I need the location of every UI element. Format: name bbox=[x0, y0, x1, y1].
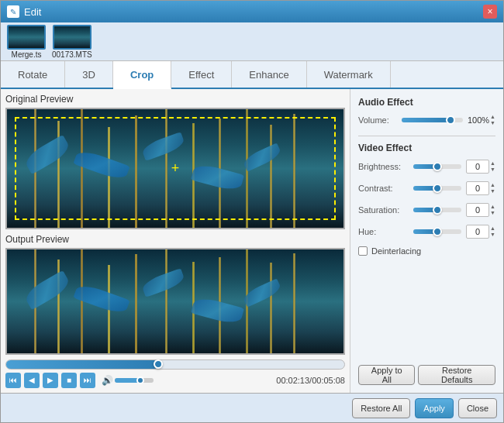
tab-enhance[interactable]: Enhance bbox=[232, 61, 306, 88]
volume-icon: 🔊 bbox=[102, 375, 113, 386]
restore-defaults-button[interactable]: Restore Defaults bbox=[418, 365, 495, 385]
tab-rotate[interactable]: Rotate bbox=[1, 61, 65, 88]
file-thumb-mts bbox=[53, 25, 91, 50]
preview-panel: Original Preview bbox=[1, 89, 350, 393]
contrast-slider[interactable] bbox=[413, 186, 461, 191]
volume-slider[interactable] bbox=[115, 378, 154, 383]
output-preview-video bbox=[5, 248, 345, 355]
apply-button[interactable]: Apply bbox=[415, 398, 454, 418]
contrast-up[interactable]: ▲ bbox=[490, 182, 495, 188]
volume-up-arrow[interactable]: ▲ bbox=[490, 114, 495, 120]
output-preview-label: Output Preview bbox=[5, 234, 345, 245]
saturation-down[interactable]: ▼ bbox=[490, 210, 495, 216]
thumb-scene bbox=[9, 26, 44, 48]
deinterlacing-label: Deinterlacing bbox=[371, 246, 421, 256]
timeline-fill bbox=[6, 360, 158, 369]
contrast-thumb[interactable] bbox=[433, 184, 442, 193]
divider-1 bbox=[358, 136, 495, 136]
contrast-input[interactable] bbox=[466, 181, 489, 195]
contrast-down[interactable]: ▼ bbox=[490, 188, 495, 194]
skip-fwd-button[interactable]: ⏭ bbox=[80, 373, 95, 388]
close-button[interactable]: Close bbox=[458, 398, 497, 418]
brightness-thumb[interactable] bbox=[433, 162, 442, 171]
brightness-input[interactable] bbox=[466, 160, 489, 174]
brightness-value-box: ▲ ▼ bbox=[466, 160, 495, 174]
titlebar: ✎ Edit × bbox=[1, 1, 503, 22]
tab-crop[interactable]: Crop bbox=[113, 61, 171, 89]
deinterlacing-checkbox[interactable] bbox=[358, 246, 368, 256]
play-button[interactable]: ▶ bbox=[43, 373, 58, 388]
hue-input[interactable] bbox=[466, 225, 489, 239]
saturation-slider[interactable] bbox=[413, 208, 461, 212]
file-label-mts: 00173.MTS bbox=[52, 50, 92, 59]
audio-effect-title: Audio Effect bbox=[358, 97, 495, 108]
original-preview-label: Original Preview bbox=[5, 94, 345, 105]
saturation-spinner[interactable]: ▲ ▼ bbox=[490, 204, 495, 216]
hue-up[interactable]: ▲ bbox=[490, 225, 495, 232]
file-item-merge[interactable]: Merge.ts bbox=[7, 25, 46, 59]
brightness-up[interactable]: ▲ bbox=[490, 160, 495, 167]
video-effect-title: Video Effect bbox=[358, 143, 495, 153]
brightness-row: Brightness: ▲ ▼ bbox=[358, 160, 495, 174]
file-label-merge: Merge.ts bbox=[12, 50, 42, 59]
hue-down[interactable]: ▼ bbox=[490, 232, 495, 238]
volume-thumb[interactable] bbox=[136, 377, 144, 384]
tab-3d[interactable]: 3D bbox=[65, 61, 113, 88]
volume-slider-fill bbox=[402, 118, 450, 122]
files-bar: Merge.ts 00173.MTS bbox=[1, 22, 503, 61]
hue-label: Hue: bbox=[358, 227, 409, 236]
brightness-down[interactable]: ▼ bbox=[490, 167, 495, 173]
thumb-scene-mts bbox=[54, 26, 90, 48]
hue-slider[interactable] bbox=[413, 229, 461, 234]
play-back-button[interactable]: ◀ bbox=[24, 373, 40, 388]
tab-effect[interactable]: Effect bbox=[171, 61, 232, 88]
volume-value: 100% ▲ ▼ bbox=[468, 114, 495, 126]
contrast-row: Contrast: ▲ ▼ bbox=[358, 181, 495, 195]
time-display: 00:02:13/00:05:08 bbox=[276, 376, 345, 385]
saturation-input[interactable] bbox=[466, 203, 489, 217]
original-scene: + bbox=[7, 109, 343, 228]
window-title: Edit bbox=[24, 6, 483, 18]
close-icon[interactable]: × bbox=[483, 5, 497, 19]
contrast-label: Contrast: bbox=[358, 184, 409, 193]
volume-down-arrow[interactable]: ▼ bbox=[490, 120, 495, 126]
volume-slider-track[interactable] bbox=[402, 118, 463, 122]
app-icon: ✎ bbox=[7, 5, 19, 18]
saturation-value-box: ▲ ▼ bbox=[466, 203, 495, 217]
hue-thumb[interactable] bbox=[433, 227, 442, 236]
stop-button[interactable]: ■ bbox=[61, 373, 77, 388]
original-preview-video: + bbox=[5, 108, 345, 229]
edit-window: ✎ Edit × Merge.ts 00173.MTS Rotate 3D Cr… bbox=[0, 0, 504, 423]
saturation-up[interactable]: ▲ bbox=[490, 204, 495, 210]
tabs-bar: Rotate 3D Crop Effect Enhance Watermark bbox=[1, 61, 503, 89]
brightness-slider[interactable] bbox=[413, 164, 461, 169]
brightness-spinner[interactable]: ▲ ▼ bbox=[490, 160, 495, 173]
file-item-mts[interactable]: 00173.MTS bbox=[52, 25, 92, 59]
restore-all-button[interactable]: Restore All bbox=[352, 398, 410, 418]
saturation-thumb[interactable] bbox=[433, 205, 442, 215]
skip-back-button[interactable]: ⏮ bbox=[5, 373, 21, 388]
main-content: Original Preview bbox=[1, 89, 503, 393]
brightness-label: Brightness: bbox=[358, 162, 409, 171]
hue-spinner[interactable]: ▲ ▼ bbox=[490, 225, 495, 238]
right-panel: Audio Effect Volume: 100% ▲ ▼ Video Effe… bbox=[350, 89, 503, 393]
controls-bar: ⏮ ◀ ▶ ■ ⏭ 🔊 00:02:13/00:05:08 bbox=[5, 373, 345, 388]
timeline-thumb[interactable] bbox=[154, 359, 163, 369]
contrast-spinner[interactable]: ▲ ▼ bbox=[490, 182, 495, 194]
hue-row: Hue: ▲ ▼ bbox=[358, 225, 495, 239]
volume-area: 🔊 bbox=[102, 375, 154, 386]
apply-to-all-button[interactable]: Apply to All bbox=[358, 365, 415, 385]
saturation-label: Saturation: bbox=[358, 205, 409, 215]
volume-slider-thumb[interactable] bbox=[446, 115, 455, 125]
volume-spinner[interactable]: ▲ ▼ bbox=[490, 114, 495, 126]
volume-label: Volume: bbox=[358, 115, 397, 125]
contrast-value-box: ▲ ▼ bbox=[466, 181, 495, 195]
hue-value-box: ▲ ▼ bbox=[466, 225, 495, 239]
output-scene bbox=[7, 249, 343, 353]
top-action-buttons: Apply to All Restore Defaults bbox=[358, 365, 495, 385]
timeline-bar[interactable] bbox=[5, 359, 345, 370]
tab-watermark[interactable]: Watermark bbox=[307, 61, 391, 88]
volume-row: Volume: 100% ▲ ▼ bbox=[358, 114, 495, 126]
deinterlacing-row: Deinterlacing bbox=[358, 246, 495, 256]
crop-crosshair: + bbox=[171, 160, 180, 177]
